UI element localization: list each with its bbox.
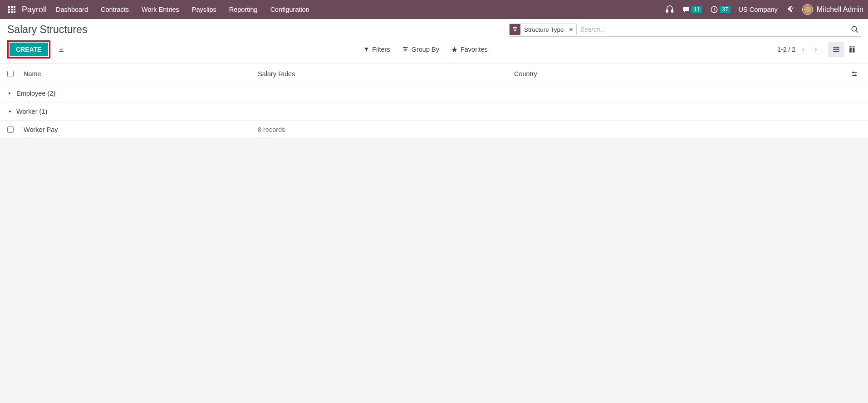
cp-center: Filters Group By Favorites (356, 46, 487, 53)
nav-item-contracts[interactable]: Contracts (101, 6, 129, 13)
apps-icon[interactable] (5, 0, 19, 19)
search-facet: Structure Type ✕ (509, 24, 577, 35)
search-input[interactable] (577, 24, 849, 35)
view-switcher (828, 42, 861, 57)
svg-point-24 (855, 75, 856, 76)
filters-label: Filters (372, 46, 390, 53)
svg-point-22 (853, 72, 854, 73)
search-box: Structure Type ✕ (509, 24, 861, 37)
svg-line-13 (856, 30, 858, 33)
nav-item-reporting[interactable]: Reporting (229, 6, 258, 13)
favorites-button[interactable]: Favorites (451, 46, 488, 53)
table-row[interactable]: Worker Pay 8 records (0, 121, 868, 139)
svg-rect-15 (833, 49, 839, 50)
filters-button[interactable]: Filters (363, 46, 390, 53)
user-name: Mitchell Admin (817, 5, 863, 14)
svg-rect-1 (11, 6, 13, 8)
download-icon[interactable] (56, 44, 67, 55)
nav-item-work-entries[interactable]: Work Entries (142, 6, 179, 13)
nav-menu: Dashboard Contracts Work Entries Payslip… (56, 6, 309, 13)
column-name[interactable]: Name (22, 70, 258, 78)
svg-rect-20 (853, 48, 855, 53)
group-row-worker[interactable]: Worker (1) (0, 102, 868, 121)
svg-rect-3 (8, 9, 10, 10)
caret-right-icon (7, 91, 14, 96)
svg-rect-6 (8, 11, 10, 13)
groupby-label: Group By (412, 46, 439, 53)
svg-rect-17 (849, 46, 852, 47)
optional-columns-icon[interactable] (848, 70, 861, 78)
list-view-icon[interactable] (828, 42, 844, 57)
control-panel: Salary Structures Structure Type ✕ Crea (0, 19, 868, 63)
activities-badge: 37 (720, 6, 730, 13)
svg-rect-2 (14, 6, 15, 8)
activities-icon[interactable]: 37 (710, 5, 730, 14)
cp-left: Create (7, 40, 67, 58)
column-country[interactable]: Country (514, 70, 848, 78)
cell-name: Worker Pay (22, 126, 258, 133)
search-area: Structure Type ✕ (87, 24, 861, 37)
row-checkbox[interactable] (7, 126, 14, 133)
svg-rect-16 (833, 51, 839, 52)
list-table: Name Salary Rules Country Employee (2) W… (0, 63, 868, 139)
caret-down-icon (7, 109, 14, 114)
cp-right: 1-2 / 2 (777, 42, 861, 57)
cell-salary-rules: 8 records (258, 126, 514, 133)
svg-rect-5 (14, 9, 15, 10)
company-selector[interactable]: US Company (739, 6, 778, 13)
messages-icon[interactable]: 11 (682, 5, 702, 14)
support-icon[interactable] (666, 5, 674, 14)
svg-rect-4 (11, 9, 13, 10)
column-salary-rules[interactable]: Salary Rules (258, 70, 514, 78)
user-menu[interactable]: Mitchell Admin (802, 4, 863, 15)
svg-point-12 (852, 26, 857, 31)
table-header: Name Salary Rules Country (0, 63, 868, 84)
group-label: Employee (2) (16, 90, 55, 97)
messages-badge: 11 (691, 6, 702, 13)
groupby-button[interactable]: Group By (402, 46, 439, 53)
cp-top: Salary Structures Structure Type ✕ (0, 19, 868, 39)
row-checkbox-col (7, 126, 22, 133)
svg-rect-9 (666, 10, 668, 12)
svg-rect-14 (833, 47, 839, 48)
debug-icon[interactable] (786, 5, 794, 14)
group-label: Worker (1) (16, 108, 47, 115)
app-brand[interactable]: Payroll (22, 5, 47, 15)
pager: 1-2 / 2 (777, 45, 819, 53)
kanban-view-icon[interactable] (844, 42, 861, 57)
search-icon[interactable] (849, 25, 861, 34)
favorites-label: Favorites (461, 46, 488, 53)
groupby-facet-icon (510, 24, 520, 35)
create-button[interactable]: Create (10, 43, 48, 56)
nav-item-payslips[interactable]: Payslips (192, 6, 216, 13)
page-title: Salary Structures (7, 24, 87, 36)
avatar (802, 4, 813, 15)
svg-rect-0 (8, 6, 10, 8)
cp-bottom: Create Filters Group By Favorites 1-2 / … (0, 39, 868, 63)
svg-rect-7 (11, 11, 13, 13)
pager-prev-icon[interactable] (800, 45, 807, 53)
group-row-employee[interactable]: Employee (2) (0, 84, 868, 102)
nav-right: 11 37 US Company Mitchell Admin (666, 4, 863, 15)
nav-item-dashboard[interactable]: Dashboard (56, 6, 88, 13)
facet-remove-icon[interactable]: ✕ (568, 26, 576, 33)
pager-range[interactable]: 1-2 / 2 (777, 46, 795, 53)
svg-rect-18 (849, 48, 852, 53)
create-highlight: Create (7, 40, 50, 58)
select-all-checkbox[interactable] (7, 71, 14, 77)
facet-label: Structure Type (520, 26, 568, 33)
pager-next-icon[interactable] (812, 45, 819, 53)
top-navbar: Payroll Dashboard Contracts Work Entries… (0, 0, 868, 19)
header-checkbox-col (7, 71, 22, 77)
nav-item-configuration[interactable]: Configuration (270, 6, 309, 13)
nav-left: Payroll Dashboard Contracts Work Entries… (5, 0, 309, 19)
svg-rect-10 (672, 10, 673, 12)
svg-rect-19 (853, 46, 855, 47)
svg-rect-8 (14, 11, 15, 13)
